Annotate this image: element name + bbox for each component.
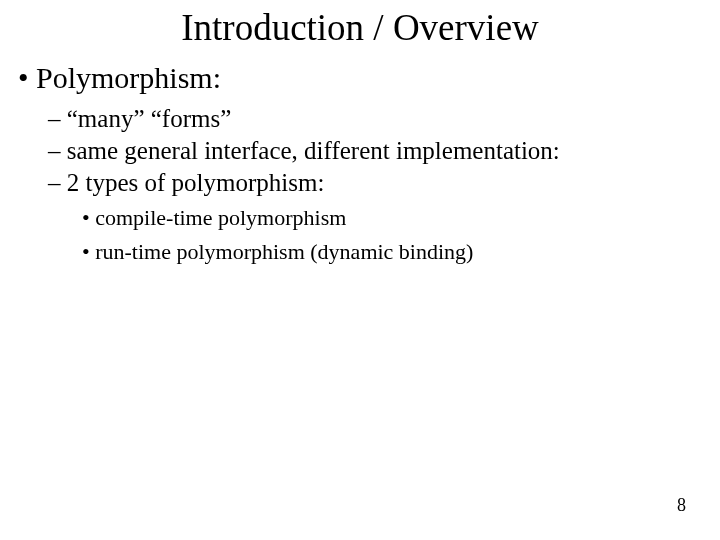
bullet-level1-text: Polymorphism: bbox=[36, 61, 221, 94]
slide: Introduction / Overview Polymorphism: “m… bbox=[0, 6, 720, 540]
bullet-level2: 2 types of polymorphism: bbox=[48, 167, 720, 199]
bullet-level1: Polymorphism: bbox=[18, 61, 720, 95]
bullet-level2: “many” “forms” bbox=[48, 103, 720, 135]
bullet-level3: run-time polymorphism (dynamic binding) bbox=[82, 237, 720, 267]
page-number: 8 bbox=[677, 495, 686, 516]
bullet-level2-text: “many” “forms” bbox=[67, 105, 232, 132]
bullet-level3: compile-time polymorphism bbox=[82, 203, 720, 233]
bullet-level2: same general interface, different implem… bbox=[48, 135, 720, 167]
bullet-level2-text: same general interface, different implem… bbox=[67, 137, 560, 164]
slide-title: Introduction / Overview bbox=[0, 6, 720, 49]
bullet-level2-text: 2 types of polymorphism: bbox=[67, 169, 325, 196]
bullet-level3-text: compile-time polymorphism bbox=[95, 205, 346, 230]
bullet-level3-text: run-time polymorphism (dynamic binding) bbox=[95, 239, 473, 264]
